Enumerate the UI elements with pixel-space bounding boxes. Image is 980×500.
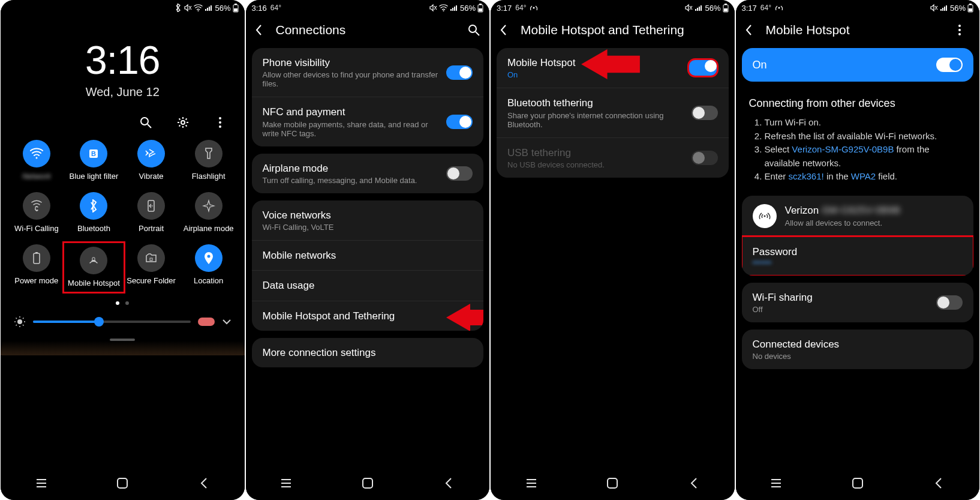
row-phone-visibility[interactable]: Phone visibilityAllow other devices to f… bbox=[252, 48, 484, 97]
search-icon[interactable] bbox=[468, 24, 481, 36]
mute-icon bbox=[930, 4, 938, 12]
svg-rect-61 bbox=[608, 478, 617, 488]
svg-rect-6 bbox=[234, 8, 238, 11]
bt-tethering-switch[interactable] bbox=[692, 106, 718, 120]
security-link: WPA2 bbox=[851, 171, 876, 181]
search-icon[interactable] bbox=[139, 116, 152, 129]
svg-rect-57 bbox=[725, 4, 727, 5]
svg-rect-65 bbox=[944, 7, 945, 11]
ssid-link: Verizon-SM-G925V-0B9B bbox=[792, 144, 894, 154]
airplane-switch[interactable] bbox=[446, 166, 473, 181]
svg-rect-43 bbox=[479, 4, 482, 5]
qs-wifi-calling[interactable]: Wi-Fi Calling bbox=[8, 192, 65, 233]
gear-icon[interactable] bbox=[176, 116, 190, 129]
home-button[interactable] bbox=[851, 477, 864, 490]
row-password[interactable]: Password ••••••• bbox=[742, 236, 974, 276]
back-button[interactable] bbox=[932, 477, 945, 490]
row-voice-networks[interactable]: Voice networksWi-Fi Calling, VoLTE bbox=[252, 200, 484, 240]
navigation-bar bbox=[246, 466, 490, 500]
home-button[interactable] bbox=[361, 477, 374, 490]
nfc-switch[interactable] bbox=[446, 115, 473, 129]
brightness-slider[interactable] bbox=[33, 321, 191, 323]
battery-icon bbox=[477, 4, 483, 13]
bluetooth-icon bbox=[175, 4, 182, 12]
recents-button[interactable] bbox=[35, 477, 48, 490]
chevron-down-icon[interactable] bbox=[222, 319, 232, 325]
qs-power-mode[interactable]: Power mode bbox=[8, 244, 65, 291]
back-button[interactable] bbox=[197, 477, 211, 490]
auto-brightness-toggle[interactable] bbox=[198, 318, 215, 326]
qs-airplane[interactable]: Airplane mode bbox=[180, 192, 238, 233]
row-wifi-sharing[interactable]: Wi-Fi sharingOff bbox=[742, 283, 974, 322]
more-icon[interactable] bbox=[958, 24, 971, 36]
svg-rect-49 bbox=[363, 478, 372, 488]
phone-visibility-switch[interactable] bbox=[446, 65, 473, 80]
row-bluetooth-tethering[interactable]: Bluetooth tetheringShare your phone's in… bbox=[497, 88, 729, 137]
qs-bluetooth[interactable]: Bluetooth bbox=[65, 192, 123, 233]
more-icon[interactable] bbox=[214, 116, 227, 129]
status-bar: 3:17 64° 56% bbox=[736, 0, 980, 16]
svg-rect-7 bbox=[235, 4, 237, 5]
battery-icon bbox=[967, 4, 973, 13]
svg-point-0 bbox=[198, 10, 199, 11]
hotspot-tethering-screen: 3:17 64° 56% Mobile Hotspot and Tetherin… bbox=[491, 0, 735, 500]
qs-vibrate[interactable]: Vibrate bbox=[122, 140, 180, 181]
back-button[interactable] bbox=[687, 477, 701, 490]
svg-point-14 bbox=[35, 157, 37, 159]
qs-portrait[interactable]: Portrait bbox=[122, 192, 180, 233]
qs-bluelight[interactable]: B Blue light filter bbox=[65, 140, 123, 181]
settings-card-1: Phone visibilityAllow other devices to f… bbox=[252, 48, 484, 146]
home-button[interactable] bbox=[116, 477, 129, 490]
svg-line-31 bbox=[16, 325, 17, 326]
qs-flashlight[interactable]: Flashlight bbox=[180, 140, 238, 181]
svg-point-13 bbox=[219, 125, 221, 128]
row-nfc[interactable]: NFC and paymentMake mobile payments, sha… bbox=[252, 97, 484, 146]
row-airplane[interactable]: Airplane modeTurn off calling, messaging… bbox=[252, 154, 484, 193]
battery-icon bbox=[723, 4, 729, 13]
svg-rect-1 bbox=[205, 9, 206, 11]
navigation-bar bbox=[491, 466, 735, 500]
svg-rect-3 bbox=[209, 7, 210, 11]
row-connected-devices[interactable]: Connected devicesNo devices bbox=[742, 330, 974, 369]
svg-point-44 bbox=[469, 25, 476, 32]
back-button[interactable] bbox=[442, 477, 455, 490]
svg-point-22 bbox=[207, 255, 210, 258]
qs-wifi[interactable]: Network bbox=[8, 140, 65, 181]
row-hotspot-tethering[interactable]: Mobile Hotspot and Tethering bbox=[252, 301, 484, 331]
svg-point-23 bbox=[17, 319, 22, 324]
signal-icon bbox=[450, 4, 458, 11]
page-title: Connections bbox=[276, 23, 460, 37]
back-icon[interactable] bbox=[499, 23, 512, 37]
settings-card-4: More connection settings bbox=[252, 338, 484, 367]
qs-secure-folder[interactable]: Secure Folder bbox=[122, 244, 180, 291]
back-icon[interactable] bbox=[744, 23, 757, 37]
row-mobile-networks[interactable]: Mobile networks bbox=[252, 240, 484, 270]
row-more-connections[interactable]: More connection settings bbox=[252, 338, 484, 367]
svg-point-10 bbox=[181, 121, 185, 124]
hotspot-master-switch[interactable]: .on-bar .switch.on::after{background:#1a… bbox=[936, 58, 963, 72]
svg-rect-19 bbox=[35, 252, 38, 253]
qs-location[interactable]: Location bbox=[180, 244, 238, 291]
navigation-bar bbox=[736, 466, 980, 500]
qs-mobile-hotspot[interactable]: Mobile Hotspot bbox=[65, 244, 123, 291]
row-mobile-hotspot[interactable]: Mobile HotspotOn bbox=[497, 48, 729, 88]
svg-line-28 bbox=[16, 318, 17, 319]
back-icon[interactable] bbox=[254, 23, 267, 37]
svg-rect-40 bbox=[456, 5, 457, 11]
hotspot-switch[interactable] bbox=[688, 59, 718, 77]
recents-button[interactable] bbox=[525, 477, 538, 490]
svg-rect-56 bbox=[724, 8, 728, 11]
svg-rect-66 bbox=[946, 5, 947, 11]
home-button[interactable] bbox=[606, 477, 619, 490]
usb-tethering-switch bbox=[692, 151, 718, 165]
row-ssid[interactable]: Verizon-SM-G925V-0B9B Allow all devices … bbox=[742, 196, 974, 236]
hotspot-master-switch-bar[interactable]: On .on-bar .switch.on::after{background:… bbox=[742, 48, 974, 82]
recents-button[interactable] bbox=[769, 477, 783, 490]
signal-icon bbox=[695, 4, 703, 11]
connecting-heading: Connecting from other devices bbox=[736, 85, 980, 116]
recents-button[interactable] bbox=[279, 477, 293, 490]
wifi-sharing-switch[interactable] bbox=[936, 295, 963, 310]
mute-icon bbox=[429, 4, 437, 12]
password-value: ••••••• bbox=[753, 258, 963, 267]
row-data-usage[interactable]: Data usage bbox=[252, 270, 484, 300]
